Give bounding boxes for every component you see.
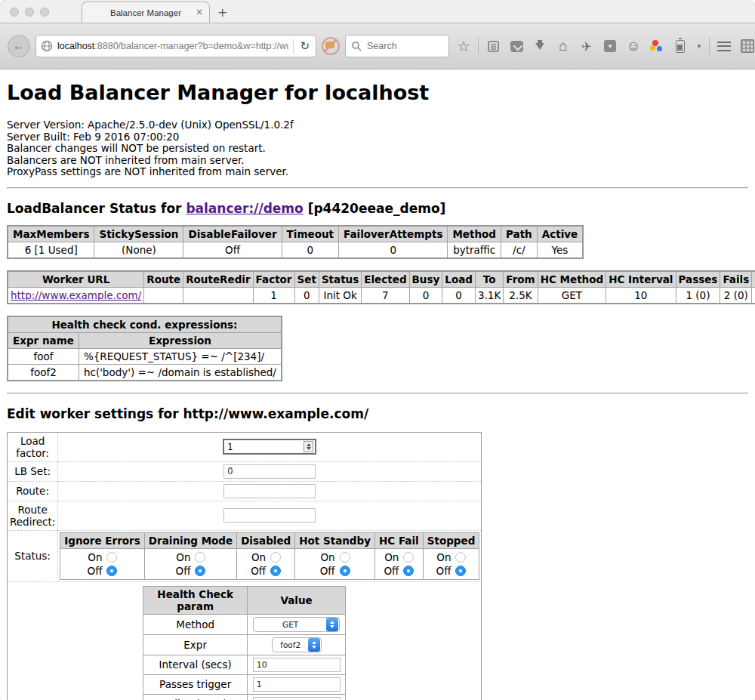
draining-mode-on-radio[interactable] — [195, 552, 205, 563]
lb-set-input[interactable] — [223, 464, 316, 479]
overflow-caret-button[interactable]: ▼ — [695, 36, 704, 56]
on-label: On — [176, 551, 191, 563]
hcuri-cell — [752, 287, 755, 304]
interval-label: Interval (secs) — [143, 655, 248, 674]
url-bar[interactable]: localhost:8880/balancer-manager?b=demo&w… — [35, 35, 316, 57]
balancer-demo-link[interactable]: balancer://demo — [186, 201, 303, 216]
column-header: Passes — [676, 271, 720, 288]
on-label: On — [436, 551, 451, 563]
minimize-window-button[interactable] — [25, 8, 34, 17]
grid-icon — [741, 39, 754, 53]
on-label: On — [251, 551, 266, 563]
edit-worker-heading: Edit worker settings for http://www.exam… — [7, 406, 748, 421]
fails-trigger-input[interactable] — [253, 697, 341, 700]
addon-download-button[interactable]: ▼ — [601, 36, 619, 56]
column-header: Worker URL — [8, 271, 144, 288]
column-header: StickySession — [94, 226, 183, 242]
tab-title: Balancer Manager — [110, 8, 181, 17]
zoom-window-button[interactable] — [40, 8, 49, 17]
worker-url-link[interactable]: http://www.example.com/ — [11, 289, 141, 301]
interval-input[interactable] — [253, 658, 341, 672]
off-label: Off — [176, 565, 191, 577]
timeout-cell: 0 — [282, 242, 338, 258]
pocket-icon — [510, 41, 523, 52]
disabled-off-radio[interactable] — [270, 566, 281, 576]
stopped-off-radio[interactable] — [455, 566, 466, 576]
column-header: Route — [144, 271, 183, 288]
hc-fail-off-radio[interactable] — [403, 566, 414, 576]
column-header: RouteRedir — [183, 271, 253, 288]
form-row: Route Redirect: — [8, 501, 482, 530]
hot-standby-on-radio[interactable] — [340, 552, 350, 563]
bookmark-star-button[interactable]: ☆ — [455, 36, 473, 56]
reading-list-button[interactable] — [484, 36, 502, 56]
url-text[interactable]: localhost:8880/balancer-manager?b=demo&w… — [57, 41, 288, 51]
hc-fail-on-radio[interactable] — [403, 552, 414, 563]
column-header: Timeout — [282, 226, 338, 242]
globe-icon — [41, 40, 53, 52]
stopped-radios: On Off — [423, 548, 479, 579]
clipboard-icon — [487, 40, 500, 53]
route-cell — [144, 287, 183, 304]
table-row: Method GET — [143, 614, 346, 634]
on-label: On — [320, 551, 335, 563]
table-row: Fails trigger) — [143, 694, 346, 700]
color-dots-icon — [650, 40, 664, 52]
disablefailover-cell: Off — [183, 242, 282, 258]
battery-extension-button[interactable] — [671, 36, 689, 56]
heading-suffix: [p4420eeae_demo] — [304, 201, 446, 216]
elected-cell: 7 — [362, 287, 409, 304]
load-factor-input[interactable] — [226, 441, 304, 453]
reload-button[interactable]: ↻ — [298, 39, 311, 53]
block-icon[interactable] — [322, 37, 340, 55]
off-label: Off — [251, 565, 266, 577]
colorful-extension-button[interactable] — [648, 36, 666, 56]
ignore-errors-on-radio[interactable] — [106, 552, 117, 563]
expressions-caption: Health check cond. expressions: — [8, 316, 282, 333]
on-label: On — [384, 551, 399, 563]
home-button[interactable]: ⌂ — [554, 36, 572, 56]
browser-tab[interactable]: Balancer Manager × — [82, 2, 210, 23]
form-row: Load factor: — [8, 432, 482, 461]
pocket-button[interactable] — [507, 36, 525, 56]
off-label: Off — [384, 565, 399, 577]
column-header: Stopped — [423, 532, 479, 548]
lb-set-label: LB Set: — [8, 461, 58, 481]
feedback-button[interactable]: ☺ — [624, 36, 643, 56]
expr-select[interactable]: foof2 — [272, 637, 322, 652]
number-stepper[interactable] — [304, 441, 313, 452]
toolbar-divider — [478, 38, 479, 54]
from-cell: 2.5K — [504, 287, 538, 304]
ignore-errors-off-radio[interactable] — [106, 566, 117, 576]
fails-trigger-label: Fails trigger) — [143, 694, 248, 700]
hot-standby-off-radio[interactable] — [340, 566, 350, 576]
tab-close-icon[interactable]: × — [196, 7, 203, 17]
battery-icon — [676, 40, 685, 53]
close-window-button[interactable] — [10, 8, 19, 17]
method-select[interactable]: GET — [253, 617, 340, 632]
grid-extension-button[interactable] — [738, 36, 755, 56]
heading-prefix: LoadBalancer Status for — [7, 201, 186, 216]
form-row: LB Set: — [8, 461, 482, 481]
draining-mode-off-radio[interactable] — [195, 566, 205, 576]
new-tab-button[interactable]: + — [217, 5, 227, 20]
back-button[interactable]: ← — [8, 35, 30, 57]
method-cell: bytraffic — [448, 242, 501, 258]
passes-trigger-input[interactable] — [253, 677, 341, 692]
route-redirect-input[interactable] — [223, 508, 316, 523]
failoverattempts-cell: 0 — [339, 242, 448, 258]
send-to-device-button[interactable]: ✈ — [578, 36, 596, 56]
route-input[interactable] — [223, 484, 316, 498]
path-cell: /c/ — [501, 242, 538, 258]
column-header: Ignore Errors — [60, 532, 145, 548]
search-bar[interactable] — [345, 35, 449, 57]
downloads-button[interactable] — [531, 36, 549, 56]
menu-button[interactable] — [715, 36, 733, 56]
column-header: MaxMembers — [8, 226, 94, 242]
stopped-on-radio[interactable] — [455, 552, 466, 563]
disabled-on-radio[interactable] — [270, 552, 281, 563]
column-header: Expression — [79, 332, 282, 348]
expr-label: Expr — [143, 634, 248, 655]
hcinterval-cell: 10 — [606, 287, 676, 304]
search-input[interactable] — [365, 40, 433, 52]
